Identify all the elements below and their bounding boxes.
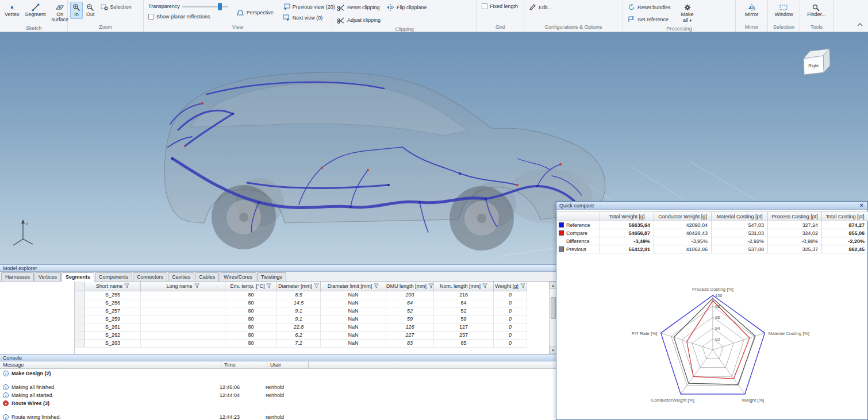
filter-icon[interactable] (520, 283, 525, 290)
fixed-length-checkbox[interactable] (482, 3, 487, 9)
console-column-message[interactable]: Message (0, 361, 221, 368)
row-header (75, 307, 85, 315)
adjust-clipping-button[interactable]: Adjust clipping (335, 14, 383, 26)
cell-diameter-mm: 22.8 (277, 323, 321, 332)
filter-icon[interactable] (428, 283, 433, 290)
fixed-length-checkbox-row[interactable]: Fixed length (479, 2, 520, 11)
model-explorer-body: Short nameLong nameEnv. temp. [°C]Diamet… (0, 282, 549, 354)
filter-icon[interactable] (374, 283, 379, 290)
console-column-time[interactable]: Time (221, 361, 267, 368)
table-row[interactable]: S_255808.5NaN2032160 (75, 291, 549, 299)
radar-chart: 10098969492Process Costing [%]Material C… (556, 259, 868, 420)
table-row[interactable]: S_263807.2NaN83850 (75, 340, 549, 348)
tab-cavities[interactable]: Cavities (168, 272, 194, 281)
zoom-selection-button[interactable]: Selection (98, 2, 134, 12)
console-user: reinhold (266, 392, 556, 398)
cell-env-temp-c: 80 (225, 291, 277, 299)
qc-column-series (556, 211, 600, 221)
table-row[interactable]: S_257809.1NaN52520 (75, 307, 549, 315)
window-selection-button[interactable]: Window (772, 2, 795, 19)
segment-button[interactable]: Segment (23, 2, 48, 19)
scroll-thumb[interactable] (551, 297, 556, 319)
next-view-button[interactable]: Next view (0) (281, 13, 337, 22)
set-reference-button[interactable]: Set reference (625, 14, 673, 25)
ribbon-group-clipping: Reset clipping Adjust clipping Flip clip… (332, 0, 477, 32)
segment-label: Segment (25, 12, 46, 17)
next-view-icon (283, 14, 290, 21)
console-column-user[interactable]: User (267, 361, 309, 368)
table-row[interactable]: S_2568014.5NaN64640 (75, 299, 549, 307)
tab-segments[interactable]: Segments (62, 272, 94, 282)
transparency-slider-thumb[interactable] (218, 3, 222, 10)
row-header (75, 291, 85, 299)
zoom-out-button[interactable]: Out (84, 2, 97, 19)
console-row[interactable]: iMaking all started.12:44:04reinhold (0, 391, 556, 399)
reset-clipping-button[interactable]: Reset clipping (335, 2, 383, 13)
zoom-in-button[interactable]: In (70, 2, 83, 19)
collapse-ribbon-button[interactable] (852, 17, 868, 32)
tab-wires-cores[interactable]: Wires/Cores (220, 272, 256, 281)
window-selection-icon (779, 3, 788, 11)
tab-connectors[interactable]: Connectors (133, 272, 167, 281)
filter-icon[interactable] (124, 283, 129, 290)
table-row[interactable]: S_259809.1NaN59590 (75, 315, 549, 323)
perspective-button[interactable]: Perspective (234, 7, 276, 18)
cell-weight-g: 0 (494, 291, 527, 299)
finder-button[interactable]: Finder... (805, 2, 828, 19)
filter-icon[interactable] (266, 283, 271, 290)
reset-bundles-button[interactable]: Reset bundles (625, 2, 673, 13)
previous-view-button[interactable]: Previous view (20) (281, 2, 337, 11)
console-row[interactable]: ×Route Wires (3) (0, 399, 556, 407)
info-icon: i (3, 414, 9, 420)
radar-axis-label: FIT Rate [%] (632, 331, 658, 336)
column-header-long-name[interactable]: Long name (141, 282, 225, 291)
ribbon-group-processing: Reset bundles Set reference Make all ▾ P… (623, 0, 736, 32)
ribbon-group-tools: Finder... Tools (800, 0, 834, 32)
planar-reflections-checkbox-row[interactable]: Show planar reflections (146, 12, 231, 21)
column-header-short-name[interactable]: Short name (85, 282, 141, 291)
column-header-diameter-mm[interactable]: Diameter [mm] (277, 282, 321, 291)
edit-config-button[interactable]: Edit... (527, 2, 554, 13)
column-header-nom-length-mm[interactable]: Nom. length [mm] (434, 282, 494, 291)
ribbon-group-zoom: In Out Selection Zoom (68, 0, 144, 32)
column-label: Env. temp. [°C] (231, 283, 265, 289)
make-all-button[interactable]: Make all ▾ (679, 2, 696, 25)
cell-diameter-mm: 7.2 (277, 340, 321, 348)
table-row[interactable]: S_2618022.8NaN1261270 (75, 323, 549, 332)
column-header-env-temp-c[interactable]: Env. temp. [°C] (225, 282, 277, 291)
qc-value: -2,92% (712, 237, 768, 245)
filter-icon[interactable] (194, 283, 199, 290)
transparency-control: Transparency (146, 2, 231, 11)
filter-icon[interactable] (482, 283, 487, 290)
tab-vertices[interactable]: Vertices (34, 272, 61, 281)
cell-nom-length-mm: 64 (434, 299, 494, 307)
view-cube[interactable]: Right (804, 49, 830, 75)
cell-short-name: S_259 (85, 315, 141, 323)
console-row[interactable]: iMaking all finished.12:46:06reinhold (0, 383, 556, 391)
cell-long-name (141, 291, 225, 299)
group-label-view: View (144, 24, 332, 32)
close-icon[interactable]: × (859, 202, 865, 209)
filter-icon[interactable] (314, 283, 319, 290)
series-name: Reference (566, 222, 590, 228)
tab-harnesses[interactable]: Harnesses (1, 272, 34, 281)
console-message: Make Design (2) (11, 371, 220, 376)
table-row[interactable]: S_262806.2NaN2272370 (75, 332, 549, 340)
column-header-dmu-length-mm[interactable]: DMU length [mm] (386, 282, 434, 291)
mirror-button[interactable]: Mirror (743, 2, 761, 19)
column-header-diameter-limit-mm[interactable]: Diameter limit [mm] (321, 282, 386, 291)
quick-compare-header: Total Weight [g]Conductor Weight [g]Mate… (556, 211, 867, 221)
planar-reflections-checkbox[interactable] (148, 14, 154, 20)
console-panel: Console MessageTimeUser iMake Design (2)… (0, 354, 556, 420)
qc-value: 874,27 (822, 221, 868, 229)
flip-clipplane-button[interactable]: Flip clipplane (384, 2, 429, 13)
tab-twistings[interactable]: Twistings (257, 272, 286, 281)
tab-cables[interactable]: Cables (195, 272, 219, 281)
transparency-slider[interactable] (182, 6, 228, 7)
column-header-weight-g[interactable]: Weight [g] (494, 282, 527, 291)
console-row[interactable]: iMake Design (2) (0, 369, 556, 377)
console-row[interactable]: iRoute wiring finished.12:44:23reinhold (0, 413, 556, 420)
column-label: Long name (166, 283, 192, 289)
vertex-button[interactable]: Vertex (2, 2, 22, 19)
tab-components[interactable]: Components (95, 272, 132, 281)
